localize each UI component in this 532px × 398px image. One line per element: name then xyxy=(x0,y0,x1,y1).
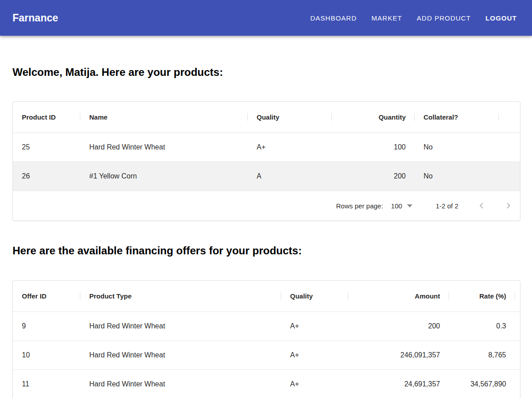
cell-collateral: No xyxy=(415,172,499,180)
cell-offer-id: 9 xyxy=(13,322,80,330)
cell-product-id: 25 xyxy=(13,143,80,151)
nav-item-market[interactable]: MARKET xyxy=(371,14,402,22)
cell-product-type: Hard Red Winter Wheat xyxy=(80,380,281,388)
cell-offer-id: 11 xyxy=(13,380,80,388)
cell-product-id: 26 xyxy=(13,172,80,180)
table-row: 11 Hard Red Winter Wheat A+ 24,691,357 3… xyxy=(13,370,520,398)
table-row: 26 #1 Yellow Corn A 200 No xyxy=(13,162,520,191)
previous-page-button[interactable] xyxy=(476,200,487,211)
products-heading: Welcome, Matija. Here are your products: xyxy=(12,66,520,79)
app-bar: Farnance DASHBOARD MARKET ADD PRODUCT LO… xyxy=(0,0,532,36)
products-table: Product ID Name Quality Quantity Collate… xyxy=(12,101,520,221)
cell-quality: A+ xyxy=(281,380,348,388)
rows-per-page-value: 100 xyxy=(391,202,402,210)
column-header-amount[interactable]: Amount xyxy=(348,292,449,300)
cell-amount: 200 xyxy=(348,322,449,330)
nav-item-dashboard[interactable]: DASHBOARD xyxy=(310,14,357,22)
pagination-range-label: 1-2 of 2 xyxy=(436,202,458,210)
nav-item-logout[interactable]: LOGOUT xyxy=(486,14,517,22)
cell-amount: 24,691,357 xyxy=(348,380,449,388)
column-header-product-type[interactable]: Product Type xyxy=(80,292,281,300)
cell-quality: A+ xyxy=(281,351,348,359)
dropdown-arrow-icon xyxy=(407,204,412,207)
main-content: Welcome, Matija. Here are your products:… xyxy=(0,66,532,398)
cell-collateral: No xyxy=(415,143,499,151)
cell-rate: 8,765 xyxy=(449,351,515,359)
cell-name: #1 Yellow Corn xyxy=(80,172,248,180)
cell-offer-id: 10 xyxy=(13,351,80,359)
column-header-rate[interactable]: Rate (%) xyxy=(449,292,515,300)
cell-quantity: 200 xyxy=(332,172,415,180)
cell-rate: 34,567,890 xyxy=(449,380,515,388)
column-header-name[interactable]: Name xyxy=(80,113,248,121)
cell-product-type: Hard Red Winter Wheat xyxy=(80,322,281,330)
chevron-right-icon xyxy=(503,200,514,211)
nav-item-add-product[interactable]: ADD PRODUCT xyxy=(417,14,471,22)
chevron-left-icon xyxy=(476,200,487,211)
cell-quantity: 100 xyxy=(332,143,415,151)
offers-table-header: Offer ID Product Type Quality Amount Rat… xyxy=(13,281,520,312)
cell-quality: A xyxy=(248,172,332,180)
rows-per-page-label: Rows per page: xyxy=(336,202,383,210)
column-header-collateral[interactable]: Collateral? xyxy=(415,113,499,121)
column-header-product-id[interactable]: Product ID xyxy=(13,113,80,121)
table-row: 10 Hard Red Winter Wheat A+ 246,091,357 … xyxy=(13,341,520,370)
cell-amount: 246,091,357 xyxy=(348,351,449,359)
rows-per-page-select[interactable]: 100 xyxy=(391,202,412,210)
column-header-quality[interactable]: Quality xyxy=(281,292,348,300)
table-pagination: Rows per page: 100 1-2 of 2 xyxy=(13,191,520,220)
cell-name: Hard Red Winter Wheat xyxy=(80,143,248,151)
cell-quality: A+ xyxy=(281,322,348,330)
pagination-controls xyxy=(476,200,514,211)
nav-links: DASHBOARD MARKET ADD PRODUCT LOGOUT xyxy=(310,14,517,22)
table-row: 9 Hard Red Winter Wheat A+ 200 0.3 xyxy=(13,312,520,341)
next-page-button[interactable] xyxy=(503,200,514,211)
cell-rate: 0.3 xyxy=(449,322,515,330)
table-row: 25 Hard Red Winter Wheat A+ 100 No xyxy=(13,133,520,162)
column-header-quantity[interactable]: Quantity xyxy=(332,113,415,121)
offers-table: Offer ID Product Type Quality Amount Rat… xyxy=(12,280,520,398)
column-header-offer-id[interactable]: Offer ID xyxy=(13,292,80,300)
column-header-quality[interactable]: Quality xyxy=(248,113,332,121)
offers-heading: Here are the available financing offers … xyxy=(12,245,520,257)
brand-logo[interactable]: Farnance xyxy=(12,12,58,24)
cell-product-type: Hard Red Winter Wheat xyxy=(80,351,281,359)
products-table-header: Product ID Name Quality Quantity Collate… xyxy=(13,102,520,133)
cell-quality: A+ xyxy=(248,143,332,151)
